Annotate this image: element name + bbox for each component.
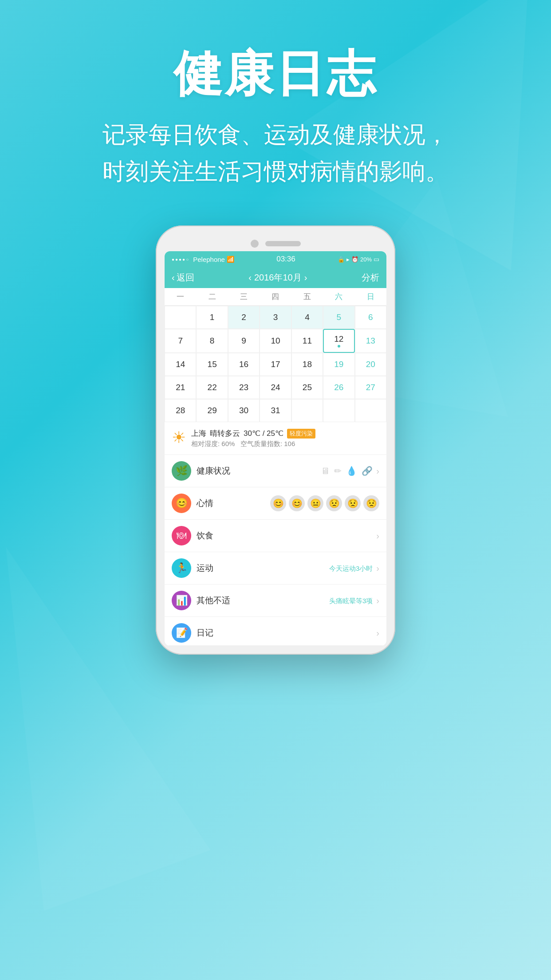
mood-item[interactable]: 😊 心情 😊 😊 😐 😟 😟 😟 [165,487,386,520]
carrier-label: Pelephone [193,256,225,263]
mood-face-4[interactable]: 😟 [326,495,342,511]
diet-icon: 🍽 [172,526,191,545]
cal-cell-2[interactable]: 2 [228,306,260,329]
weather-sun-icon: ☀ [172,428,186,447]
cal-cell-20[interactable]: 20 [355,353,386,376]
cal-cell-17[interactable]: 17 [260,353,291,376]
health-icon-drop[interactable]: 💧 [346,466,357,476]
status-time: 03:36 [276,255,295,264]
nav-bar: ‹ 返回 ‹ 2016年10月 › 分析 [165,267,386,288]
diet-title: 饮食 [197,530,371,541]
cal-cell-15[interactable]: 15 [196,353,228,376]
weather-city: 上海 [191,428,206,439]
diet-right: › [376,531,379,541]
next-month-icon[interactable]: › [304,273,307,283]
mood-face-6[interactable]: 😟 [363,495,379,511]
cal-cell-6[interactable]: 6 [355,306,386,329]
health-icon-link[interactable]: 🔗 [362,466,373,476]
cal-cell-24[interactable]: 24 [260,376,291,399]
discomfort-content: 其他不适 [197,595,324,606]
mood-face-1[interactable]: 😊 [270,495,286,511]
cal-cell-30[interactable]: 30 [228,399,260,422]
aqi-label: 空气质量指数: [240,440,282,447]
weather-section: ☀ 上海 晴转多云 30℃ / 25℃ 轻度污染 相对湿度: 60% 空气质量指… [165,422,386,455]
cal-cell-19[interactable]: 19 [323,353,354,376]
health-status-icon: 🌿 [172,461,191,481]
lock-icon: 🔒 [338,256,345,263]
phone-frame: ●●●●○ Pelephone 📶 03:36 🔒 ▸ ⏰ 20% ▭ ‹ 返回 [156,225,395,655]
diet-content: 饮食 [197,530,371,541]
cal-cell-25[interactable]: 25 [291,376,323,399]
cal-cell-7[interactable]: 7 [165,329,196,353]
back-button[interactable]: ‹ 返回 [172,272,194,284]
discomfort-icon: 📊 [172,591,191,610]
diet-chevron-icon: › [376,531,379,541]
cal-cell-13[interactable]: 13 [355,329,386,353]
back-label: 返回 [177,272,194,284]
cal-cell-27[interactable]: 27 [355,376,386,399]
diary-item[interactable]: 📝 日记 › [165,617,386,646]
phone-screen: ●●●●○ Pelephone 📶 03:36 🔒 ▸ ⏰ 20% ▭ ‹ 返回 [165,251,386,646]
app-subtitle: 记录每日饮食、运动及健康状况， 时刻关注生活习惯对病情的影响。 [0,116,551,190]
cal-cell-empty-2 [291,399,323,422]
diary-icon: 📝 [172,623,191,643]
cal-cell-23[interactable]: 23 [228,376,260,399]
mood-face-5[interactable]: 😟 [345,495,361,511]
phone-camera [251,240,259,248]
battery-label: 20% [360,256,372,263]
cal-cell-31[interactable]: 31 [260,399,291,422]
battery-icon: ▭ [374,256,379,263]
diary-right: › [376,628,379,638]
weather-main-line: 上海 晴转多云 30℃ / 25℃ 轻度污染 [191,428,379,439]
mood-face-2[interactable]: 😊 [289,495,305,511]
health-status-right: 🖥 ✏ 💧 🔗 › [321,466,379,476]
cal-cell-10[interactable]: 10 [260,329,291,353]
health-icon-pencil[interactable]: ✏ [334,466,342,476]
mood-face-3[interactable]: 😐 [307,495,323,511]
cal-cell-8[interactable]: 8 [196,329,228,353]
discomfort-subtitle: 头痛眩晕等3项 [329,597,373,605]
app-title: 健康日志 [0,44,551,103]
exercise-right: 今天运动3小时 › [329,563,379,573]
cal-cell-5[interactable]: 5 [323,306,354,329]
phone-notch [165,234,386,251]
cal-cell-1[interactable]: 1 [196,306,228,329]
cal-cell-11[interactable]: 11 [291,329,323,353]
analysis-button[interactable]: 分析 [362,272,379,284]
cal-cell-28[interactable]: 28 [165,399,196,422]
cal-cell-3[interactable]: 3 [260,306,291,329]
wifi-icon: 📶 [227,256,234,263]
signal-dots: ●●●●○ [172,257,189,262]
health-status-content: 健康状况 [197,465,315,477]
prev-month-icon[interactable]: ‹ [248,273,252,283]
cal-cell-14[interactable]: 14 [165,353,196,376]
cal-cell-16[interactable]: 16 [228,353,260,376]
calendar-grid: 1 2 3 4 5 6 7 8 9 10 11 12 13 14 15 [165,306,386,422]
exercise-item[interactable]: 🏃 运动 今天运动3小时 › [165,552,386,585]
diary-chevron-icon: › [376,628,379,638]
cal-cell-12[interactable]: 12 [323,329,354,353]
location-icon: ▸ [346,256,350,263]
cal-cell-18[interactable]: 18 [291,353,323,376]
weekday-sat: 六 [323,288,354,305]
discomfort-item[interactable]: 📊 其他不适 头痛眩晕等3项 › [165,585,386,617]
mood-icon: 😊 [172,494,191,513]
health-status-item[interactable]: 🌿 健康状况 🖥 ✏ 💧 🔗 › [165,455,386,487]
cal-cell-29[interactable]: 29 [196,399,228,422]
cal-cell-22[interactable]: 22 [196,376,228,399]
cal-cell-9[interactable]: 9 [228,329,260,353]
cal-cell-empty-3 [323,399,354,422]
diet-item[interactable]: 🍽 饮食 › [165,520,386,552]
cal-cell-4[interactable]: 4 [291,306,323,329]
health-chevron-icon: › [376,466,379,476]
weekday-wed: 三 [228,288,260,305]
cal-cell-21[interactable]: 21 [165,376,196,399]
nav-title: ‹ 2016年10月 › [248,272,307,284]
exercise-subtitle: 今天运动3小时 [329,565,373,573]
cal-cell-26[interactable]: 26 [323,376,354,399]
weather-condition: 晴转多云 [210,428,240,439]
cal-cell-empty-4 [355,399,386,422]
health-icon-monitor[interactable]: 🖥 [321,466,330,476]
nav-month-label: 2016年10月 [254,272,302,284]
status-left: ●●●●○ Pelephone 📶 [172,256,234,263]
